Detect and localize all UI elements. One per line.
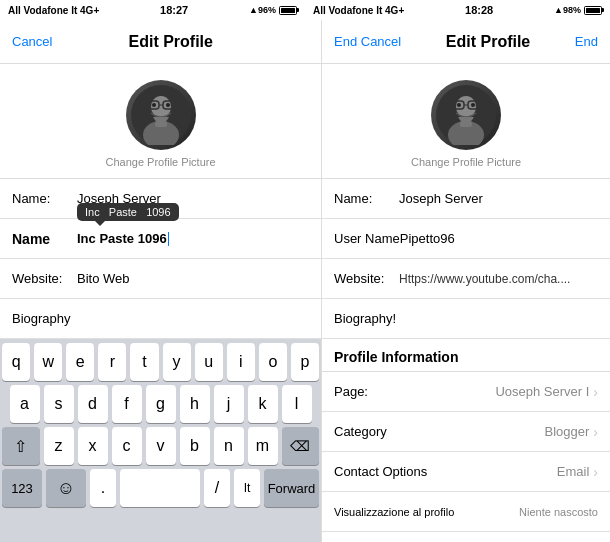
left-status-bar: All Vodafone It 4G+ 18:27 ▲96%	[0, 0, 305, 20]
key-e[interactable]: e	[66, 343, 94, 381]
key-x[interactable]: x	[78, 427, 108, 465]
right-battery-icon	[584, 6, 602, 15]
right-change-pic-label[interactable]: Change Profile Picture	[411, 156, 521, 168]
right-field-value-name: Joseph Server	[399, 191, 598, 206]
key-v[interactable]: v	[146, 427, 176, 465]
svg-point-3	[152, 103, 156, 107]
left-battery	[279, 6, 297, 15]
key-a[interactable]: a	[10, 385, 40, 423]
key-p[interactable]: p	[291, 343, 319, 381]
left-cancel-button[interactable]: Cancel	[12, 34, 52, 49]
keyboard: q w e r t y u i o p a s d f g h j k l	[0, 339, 321, 542]
info-row-visualizzazione[interactable]: Visualizzazione al profilo Niente nascos…	[322, 492, 610, 532]
right-field-website[interactable]: Website: Https://www.youtube.com/cha....	[322, 259, 610, 299]
svg-point-12	[457, 103, 461, 107]
key-y[interactable]: y	[163, 343, 191, 381]
key-123[interactable]: 123	[2, 469, 42, 507]
key-s[interactable]: s	[44, 385, 74, 423]
key-it[interactable]: It	[234, 469, 260, 507]
key-f[interactable]: f	[112, 385, 142, 423]
right-icons: ▲98%	[554, 5, 602, 15]
left-field-website[interactable]: Website: Bito Web	[0, 259, 321, 299]
field-label-bio: Biography	[12, 311, 77, 326]
key-o[interactable]: o	[259, 343, 287, 381]
info-value-visualizzazione: Niente nascosto	[519, 506, 598, 518]
key-u[interactable]: u	[195, 343, 223, 381]
profile-info-title: Profile Information	[322, 339, 610, 372]
info-row-category[interactable]: Category Blogger ›	[322, 412, 610, 452]
right-carrier: All Vodafone It 4G+	[313, 5, 404, 16]
info-label-contact: Contact Options	[334, 464, 427, 479]
right-field-username[interactable]: User Name Pipetto96	[322, 219, 610, 259]
right-panel: End Cancel Edit Profile End	[322, 20, 610, 542]
key-g[interactable]: g	[146, 385, 176, 423]
svg-point-13	[471, 103, 475, 107]
right-field-value-username: Pipetto96	[400, 231, 598, 246]
right-field-biography[interactable]: Biography!	[322, 299, 610, 339]
key-i[interactable]: i	[227, 343, 255, 381]
key-space[interactable]	[120, 469, 200, 507]
field-label-website: Website:	[12, 271, 77, 286]
left-signal: ▲96%	[249, 5, 276, 15]
left-change-pic-label[interactable]: Change Profile Picture	[105, 156, 215, 168]
key-r[interactable]: r	[98, 343, 126, 381]
key-l[interactable]: l	[282, 385, 312, 423]
status-bars: All Vodafone It 4G+ 18:27 ▲96% All Vodaf…	[0, 0, 610, 20]
key-k[interactable]: k	[248, 385, 278, 423]
key-d[interactable]: d	[78, 385, 108, 423]
key-forward[interactable]: Forward	[264, 469, 319, 507]
field-label-name: Name:	[12, 191, 77, 206]
right-done-button[interactable]: End	[575, 34, 598, 49]
battery-fill	[281, 8, 295, 13]
active-name-value[interactable]: Inc Paste 1096	[77, 231, 309, 247]
key-backspace[interactable]: ⌫	[282, 427, 320, 465]
svg-rect-8	[155, 121, 167, 127]
keyboard-row-3: ⇧ z x c v b n m ⌫	[2, 427, 319, 465]
svg-point-4	[166, 103, 170, 107]
info-row-contact[interactable]: Contact Options Email ›	[322, 452, 610, 492]
paste-tooltip[interactable]: Inc Paste 1096	[77, 203, 179, 221]
key-c[interactable]: c	[112, 427, 142, 465]
key-emoji[interactable]: ☺	[46, 469, 86, 507]
category-value-text: Blogger	[545, 424, 590, 439]
key-w[interactable]: w	[34, 343, 62, 381]
right-nav-title: Edit Profile	[446, 33, 530, 51]
right-field-name[interactable]: Name: Joseph Server	[322, 179, 610, 219]
key-n[interactable]: n	[214, 427, 244, 465]
key-b[interactable]: b	[180, 427, 210, 465]
left-avatar[interactable]	[126, 80, 196, 150]
key-m[interactable]: m	[248, 427, 278, 465]
info-row-page[interactable]: Page: Uoseph Server I ›	[322, 372, 610, 412]
key-slash[interactable]: /	[204, 469, 230, 507]
right-field-label-username: User Name	[334, 231, 400, 246]
key-j[interactable]: j	[214, 385, 244, 423]
left-field-biography[interactable]: Biography	[0, 299, 321, 339]
key-dot[interactable]: .	[90, 469, 116, 507]
paste-label: Inc Paste 1096	[85, 206, 171, 218]
left-nav-title: Edit Profile	[129, 33, 213, 51]
left-time: 18:27	[160, 4, 188, 16]
right-signal: ▲98%	[554, 5, 581, 15]
key-q[interactable]: q	[2, 343, 30, 381]
key-shift[interactable]: ⇧	[2, 427, 40, 465]
category-chevron-icon: ›	[593, 424, 598, 440]
contact-chevron-icon: ›	[593, 464, 598, 480]
right-time: 18:28	[465, 4, 493, 16]
left-profile-pic-section: Change Profile Picture	[0, 64, 321, 178]
right-status-bar: All Vodafone It 4G+ 18:28 ▲98%	[305, 0, 610, 20]
left-field-name-active[interactable]: Name Inc Paste 1096 Inc Paste 1096	[0, 219, 321, 259]
left-form-fields: Name: Joseph Server Name Inc Paste 1096 …	[0, 178, 321, 339]
left-carrier: All Vodafone It 4G+	[8, 5, 99, 16]
viz-value-text: Niente nascosto	[519, 506, 598, 518]
key-t[interactable]: t	[130, 343, 158, 381]
right-avatar[interactable]	[431, 80, 501, 150]
info-label-category: Category	[334, 424, 387, 439]
field-label-name-active: Name	[12, 231, 77, 247]
right-cancel-button[interactable]: End Cancel	[334, 34, 401, 49]
key-h[interactable]: h	[180, 385, 210, 423]
right-avatar-image	[436, 85, 496, 145]
right-battery-fill	[586, 8, 600, 13]
key-z[interactable]: z	[44, 427, 74, 465]
page-chevron-icon: ›	[593, 384, 598, 400]
right-profile-pic-section: Change Profile Picture	[322, 64, 610, 178]
